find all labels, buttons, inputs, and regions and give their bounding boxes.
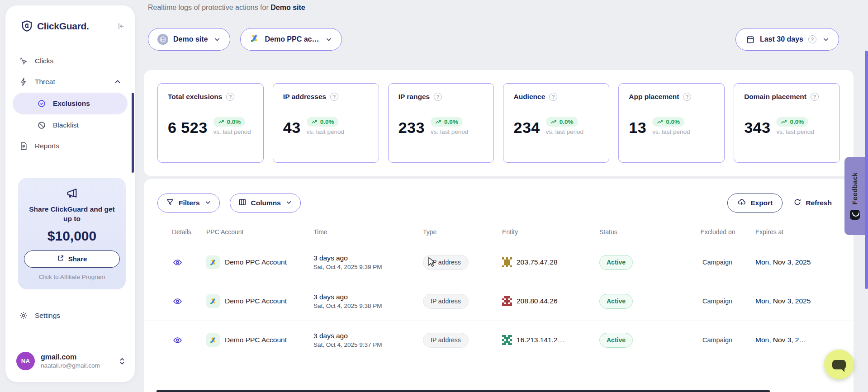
row-ppc-account: Demo PPC Account	[206, 255, 313, 269]
sidebar-item-settings[interactable]: Settings	[19, 311, 60, 320]
entity-identicon	[502, 335, 512, 345]
google-ads-icon	[206, 333, 220, 347]
feedback-label: Feedback	[851, 172, 859, 205]
col-excluded-on: Excluded on	[698, 228, 737, 236]
chat-launcher-button[interactable]	[824, 349, 854, 379]
trend-up-icon	[218, 119, 225, 125]
lightning-icon	[19, 77, 28, 86]
stat-value: 13	[629, 120, 646, 135]
chevron-down-icon	[213, 36, 221, 43]
share-button-label: Share	[68, 255, 87, 263]
collapse-sidebar-icon[interactable]	[117, 22, 126, 31]
feedback-smiley-icon	[850, 210, 860, 220]
stat-caption: vs. last period	[776, 128, 814, 135]
row-status-badge: Active	[599, 255, 633, 270]
avatar: NA	[16, 352, 35, 370]
google-ads-icon	[206, 294, 220, 308]
help-icon: ?	[549, 93, 557, 101]
stat-card: Total exclusions ? 6 523 0.0% vs. last p…	[157, 83, 264, 163]
sidebar-item-blacklist[interactable]: Blacklist	[13, 115, 128, 135]
sidebar-item-clicks[interactable]: Clicks	[13, 51, 128, 71]
table-row: Demo PPC Account 3 days ago Sat, Oct 4, …	[144, 321, 854, 359]
row-details-button[interactable]	[157, 297, 206, 306]
eye-icon	[173, 335, 182, 345]
export-button[interactable]: Export	[727, 194, 783, 213]
help-icon: ?	[808, 35, 816, 43]
sidebar: ClickGuard. Clicks	[5, 5, 135, 382]
stat-delta-badge: 0.0%	[546, 117, 578, 127]
row-ppc-account: Demo PPC Account	[206, 294, 313, 308]
col-status: Status	[599, 228, 692, 236]
row-type-badge: IP address	[423, 255, 469, 270]
globe-icon	[157, 34, 168, 45]
megaphone-icon	[66, 193, 78, 201]
external-link-icon	[57, 255, 64, 263]
eye-icon	[173, 258, 182, 267]
clickguard-logo-icon	[21, 20, 33, 32]
ppc-account-selector-dropdown[interactable]: Demo PPC ac…	[240, 28, 342, 51]
row-entity: 16.213.141.2…	[502, 335, 599, 345]
refresh-icon	[793, 198, 802, 208]
sidebar-divider	[18, 338, 126, 338]
table-header: Details PPC Account Time Type Entity Sta…	[144, 228, 854, 243]
stat-label: IP ranges ?	[398, 93, 484, 101]
sidebar-item-threat[interactable]: Threat	[13, 72, 128, 92]
table-toolbar: Filters Columns	[144, 179, 854, 213]
refresh-label: Refresh	[806, 199, 832, 207]
help-icon: ?	[683, 93, 691, 101]
row-entity: 203.75.47.28	[502, 257, 599, 267]
sidebar-scrollbar[interactable]	[132, 93, 134, 173]
chevron-down-icon	[325, 36, 332, 43]
stat-delta-badge: 0.0%	[652, 117, 684, 127]
document-icon	[19, 142, 28, 151]
stat-delta-badge: 0.0%	[307, 117, 339, 127]
affiliate-promo-card: Share ClickGuard and get up to $10,000 S…	[18, 178, 126, 289]
chevron-up-down-icon	[119, 357, 126, 365]
share-button[interactable]: Share	[24, 250, 120, 268]
row-excluded-on: Campaign	[692, 259, 743, 266]
promo-text: Share ClickGuard and get up to	[18, 205, 126, 224]
entity-identicon	[502, 296, 512, 306]
settings-label: Settings	[35, 312, 60, 320]
stats-panel: Total exclusions ? 6 523 0.0% vs. last p…	[144, 70, 854, 176]
gear-icon	[19, 311, 28, 320]
sidebar-item-reports[interactable]: Reports	[13, 136, 128, 156]
refresh-button[interactable]: Refresh	[793, 198, 832, 208]
filter-icon	[166, 198, 174, 208]
help-icon: ?	[330, 93, 338, 101]
stat-value: 233	[398, 120, 425, 135]
stat-value: 6 523	[168, 120, 208, 135]
filters-label: Filters	[179, 199, 200, 207]
filters-dropdown[interactable]: Filters	[157, 194, 220, 213]
stat-label: Domain placement ?	[744, 93, 830, 101]
columns-dropdown[interactable]: Columns	[230, 194, 301, 213]
ppc-account-selector-value: Demo PPC ac…	[265, 35, 319, 43]
logo-text: ClickGuard.	[37, 21, 117, 32]
subtitle-site-name: Demo site	[270, 4, 305, 11]
trend-up-icon	[550, 119, 557, 125]
user-email: naatali.ro@gmail.com	[41, 362, 113, 369]
user-menu[interactable]: NA gmail.com naatali.ro@gmail.com	[16, 352, 128, 370]
columns-label: Columns	[251, 199, 281, 207]
row-details-button[interactable]	[157, 335, 206, 345]
exclusions-panel: Filters Columns	[144, 179, 854, 392]
row-details-button[interactable]	[157, 258, 206, 267]
google-ads-icon	[250, 33, 260, 45]
stat-label: Audience ?	[513, 93, 599, 101]
site-selector-dropdown[interactable]: Demo site	[148, 28, 230, 51]
ban-icon	[37, 121, 46, 130]
help-icon: ?	[434, 93, 442, 101]
row-status-badge: Active	[599, 294, 633, 309]
table-row: Demo PPC Account 3 days ago Sat, Oct 4, …	[144, 243, 854, 282]
site-selector-value: Demo site	[173, 35, 208, 43]
entity-identicon	[502, 257, 512, 267]
feedback-tab[interactable]: Feedback	[844, 157, 865, 235]
table-row: Demo PPC Account 3 days ago Sat, Oct 4, …	[144, 282, 854, 321]
google-ads-icon	[206, 255, 220, 269]
sidebar-item-exclusions[interactable]: Exclusions	[13, 93, 128, 114]
date-range-dropdown[interactable]: Last 30 days ?	[735, 28, 839, 51]
col-time: Time	[313, 228, 423, 236]
sidebar-nav: Clicks Threat	[5, 51, 135, 156]
page-scrollbar[interactable]	[865, 51, 868, 289]
table-horizontal-scrollbar[interactable]	[157, 390, 770, 392]
